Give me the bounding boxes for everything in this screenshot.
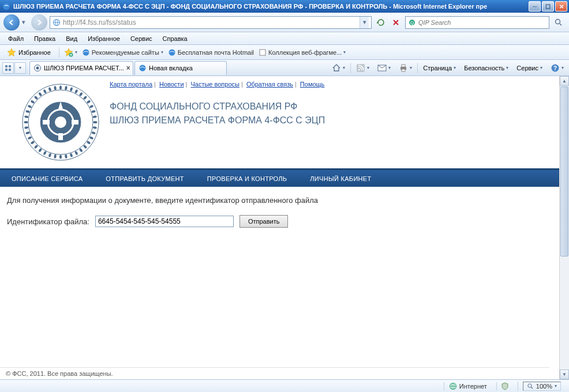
print-button[interactable]: ▾: [396, 62, 415, 74]
menu-file[interactable]: Файл: [3, 34, 28, 43]
svg-point-68: [54, 86, 57, 91]
safety-menu[interactable]: Безопасность ▾: [461, 63, 511, 73]
back-button[interactable]: [3, 14, 20, 31]
ie-small-icon: [82, 48, 90, 56]
home-icon: [332, 63, 341, 73]
nav-description[interactable]: ОПИСАНИЕ СЕРВИСА: [0, 170, 94, 187]
link-sitemap[interactable]: Карта портала: [110, 81, 152, 88]
svg-rect-11: [260, 50, 265, 55]
minimize-button[interactable]: ─: [529, 1, 541, 12]
page-footer: © ФСС, 2011. Все права защищены.: [0, 367, 549, 379]
dropdown-icon: ▾: [506, 65, 508, 70]
svg-point-48: [65, 154, 68, 159]
back-dropdown-icon[interactable]: ▾: [22, 18, 29, 26]
zone-label: Интернет: [459, 383, 487, 390]
scroll-thumb[interactable]: [560, 86, 568, 257]
tab-close-button[interactable]: ×: [126, 64, 130, 72]
feeds-button[interactable]: ▾: [353, 62, 372, 74]
nav-cabinet[interactable]: ЛИЧНЫЙ КАБИНЕТ: [298, 170, 383, 187]
link-news[interactable]: Новости: [159, 81, 184, 88]
protected-mode[interactable]: [496, 382, 513, 390]
menu-help[interactable]: Справка: [158, 34, 192, 43]
status-zone[interactable]: Интернет: [444, 382, 492, 390]
fav-link-hotmail[interactable]: Бесплатная почта Hotmail: [168, 48, 254, 56]
dropdown-icon: ▾: [343, 50, 346, 55]
nav-check[interactable]: ПРОВЕРКА И КОНТРОЛЬ: [196, 170, 299, 187]
svg-rect-12: [5, 65, 8, 67]
home-button[interactable]: ▾: [329, 62, 348, 74]
submit-button[interactable]: Отправить: [239, 215, 289, 228]
close-button[interactable]: ✕: [555, 1, 567, 12]
forward-button[interactable]: [31, 14, 47, 31]
shield-icon: [501, 382, 508, 390]
separator: [59, 47, 59, 58]
link-feedback[interactable]: Обратная связь: [246, 81, 293, 88]
svg-point-49: [59, 155, 62, 159]
page-icon: [259, 48, 267, 56]
scroll-track[interactable]: [560, 86, 569, 370]
url-dropdown-icon[interactable]: ▾: [360, 17, 369, 28]
site-main-nav: ОПИСАНИЕ СЕРВИСА ОТПРАВИТЬ ДОКУМЕНТ ПРОВ…: [0, 168, 559, 187]
svg-point-47: [70, 153, 73, 157]
mail-button[interactable]: ▾: [375, 62, 394, 74]
svg-point-79: [528, 383, 531, 387]
svg-text:?: ?: [553, 65, 557, 71]
dropdown-icon: ▾: [540, 65, 542, 70]
svg-point-50: [54, 154, 57, 159]
zoom-value: 100%: [536, 383, 552, 390]
tab-label: ШЛЮЗ ПРИЕМА РАСЧЕТ...: [44, 65, 124, 71]
add-favorites-button[interactable]: ▾: [64, 48, 77, 57]
svg-point-61: [25, 110, 30, 113]
scroll-down-button[interactable]: ▼: [560, 370, 569, 379]
tools-menu[interactable]: Сервис ▾: [514, 63, 545, 73]
dropdown-icon: ▾: [454, 65, 456, 70]
form-label: Идентификатор файла:: [7, 217, 89, 226]
separator: [417, 63, 418, 73]
menu-favorites[interactable]: Избранное: [83, 34, 125, 43]
fav-link-recommended[interactable]: Рекомендуемые сайты ▾: [82, 48, 163, 56]
refresh-button[interactable]: [374, 16, 388, 29]
svg-point-60: [24, 115, 29, 118]
svg-point-57: [25, 131, 30, 135]
link-help[interactable]: Помощь: [300, 81, 325, 88]
svg-rect-75: [58, 133, 63, 140]
browser-tab-2[interactable]: Новая вкладка: [134, 61, 227, 75]
browser-tab-1[interactable]: ШЛЮЗ ПРИЕМА РАСЧЕТ... ×: [29, 61, 133, 75]
tools-label: Сервис: [516, 65, 538, 71]
nav-send[interactable]: ОТПРАВИТЬ ДОКУМЕНТ: [94, 170, 195, 187]
svg-rect-24: [402, 69, 405, 71]
add-star-icon: [64, 48, 73, 57]
scroll-up-button[interactable]: ▲: [560, 76, 569, 86]
fav-link-gallery[interactable]: Коллекция веб-фрагме... ▾: [259, 48, 346, 56]
vertical-scrollbar[interactable]: ▲ ▼: [559, 76, 569, 379]
page-menu[interactable]: Страница ▾: [420, 63, 459, 73]
search-input[interactable]: [418, 19, 546, 26]
globe-icon: [53, 18, 61, 27]
link-faq[interactable]: Частые вопросы: [190, 81, 239, 88]
menu-view[interactable]: Вид: [61, 34, 82, 43]
dropdown-icon: ▾: [555, 383, 557, 389]
search-button[interactable]: [552, 16, 566, 29]
address-bar[interactable]: ▾: [50, 16, 372, 29]
svg-rect-73: [43, 120, 50, 125]
zoom-control[interactable]: 100% ▾: [518, 382, 566, 391]
file-id-input[interactable]: [95, 216, 234, 227]
favorites-button[interactable]: Избранное: [3, 47, 54, 58]
menu-edit[interactable]: Правка: [29, 34, 60, 43]
fss-logo: [21, 83, 100, 161]
quicktab-dropdown[interactable]: ▾: [14, 62, 26, 74]
svg-rect-74: [72, 120, 78, 125]
help-button[interactable]: ? ▾: [548, 62, 567, 74]
menu-tools[interactable]: Сервис: [126, 34, 157, 43]
svg-point-31: [70, 87, 73, 92]
search-box[interactable]: Q: [405, 16, 549, 29]
maximize-button[interactable]: ☐: [542, 1, 554, 12]
url-input[interactable]: [63, 18, 357, 27]
header-top-links: Карта портала| Новости| Частые вопросы| …: [110, 81, 548, 88]
org-title: ФОНД СОЦИАЛЬНОГО СТРАХОВАНИЯ РФ: [110, 101, 548, 112]
tab-bar: ▾ ШЛЮЗ ПРИЕМА РАСЧЕТ... × Новая вкладка …: [0, 60, 569, 76]
quicktab-button-1[interactable]: [2, 62, 14, 74]
window-titlebar: ШЛЮЗ ПРИЕМА РАСЧЕТА ФОРМА 4-ФСС С ЭЦП - …: [0, 0, 569, 13]
svg-text:Q: Q: [410, 20, 414, 25]
stop-button[interactable]: [389, 16, 403, 29]
